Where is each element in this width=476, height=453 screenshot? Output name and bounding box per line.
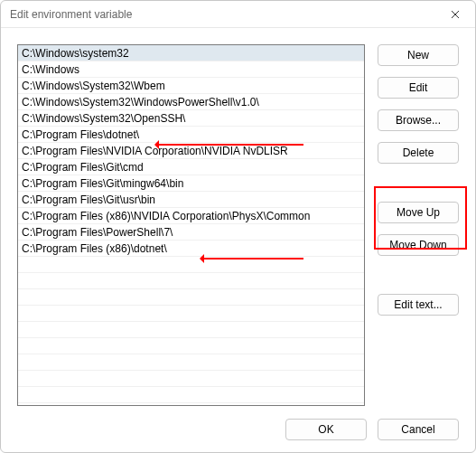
- list-item[interactable]: C:\Program Files\Git\cmd: [18, 159, 364, 175]
- list-item-empty[interactable]: [18, 338, 364, 354]
- edit-text-button[interactable]: Edit text...: [378, 294, 459, 316]
- list-item[interactable]: C:\Program Files (x86)\dotnet\: [18, 241, 364, 257]
- ok-button[interactable]: OK: [285, 419, 367, 440]
- list-item[interactable]: C:\Program Files\Git\mingw64\bin: [18, 175, 364, 192]
- list-item-empty[interactable]: [18, 273, 364, 289]
- list-item[interactable]: C:\Windows\System32\OpenSSH\: [18, 110, 364, 127]
- list-item-empty[interactable]: [18, 289, 364, 306]
- browse-button[interactable]: Browse...: [378, 109, 459, 131]
- footer: OK Cancel: [1, 406, 475, 452]
- edit-button[interactable]: Edit: [378, 77, 459, 99]
- path-list[interactable]: C:\Windows\system32C:\WindowsC:\Windows\…: [17, 44, 365, 406]
- title-text: Edit environment variable: [10, 8, 132, 21]
- list-item[interactable]: C:\Program Files (x86)\NVIDIA Corporatio…: [18, 208, 364, 224]
- close-button[interactable]: [435, 1, 475, 28]
- list-item-empty[interactable]: [18, 306, 364, 322]
- list-item-empty[interactable]: [18, 371, 364, 387]
- list-item[interactable]: C:\Program Files\dotnet\: [18, 127, 364, 143]
- new-button[interactable]: New: [378, 44, 459, 66]
- list-item[interactable]: C:\Windows\system32: [18, 45, 364, 61]
- list-item[interactable]: C:\Program Files\Git\usr\bin: [18, 192, 364, 208]
- list-item-empty[interactable]: [18, 257, 364, 273]
- cancel-button[interactable]: Cancel: [378, 419, 459, 440]
- side-buttons: New Edit Browse... Delete Move Up Move D…: [378, 44, 459, 406]
- move-up-button[interactable]: Move Up: [378, 202, 459, 223]
- list-item-empty[interactable]: [18, 322, 364, 338]
- list-item[interactable]: C:\Windows\System32\WindowsPowerShell\v1…: [18, 94, 364, 110]
- list-item-empty[interactable]: [18, 354, 364, 371]
- close-icon: [451, 10, 460, 19]
- list-item-empty[interactable]: [18, 387, 364, 403]
- list-item[interactable]: C:\Program Files\PowerShell\7\: [18, 224, 364, 241]
- delete-button[interactable]: Delete: [378, 142, 459, 164]
- titlebar: Edit environment variable: [1, 1, 475, 28]
- move-down-button[interactable]: Move Down: [378, 234, 459, 256]
- list-item[interactable]: C:\Windows: [18, 61, 364, 78]
- list-item[interactable]: C:\Windows\System32\Wbem: [18, 78, 364, 94]
- list-item[interactable]: C:\Program Files\NVIDIA Corporation\NVID…: [18, 143, 364, 159]
- content-area: C:\Windows\system32C:\WindowsC:\Windows\…: [1, 28, 475, 406]
- dialog-window: Edit environment variable C:\Windows\sys…: [0, 0, 476, 453]
